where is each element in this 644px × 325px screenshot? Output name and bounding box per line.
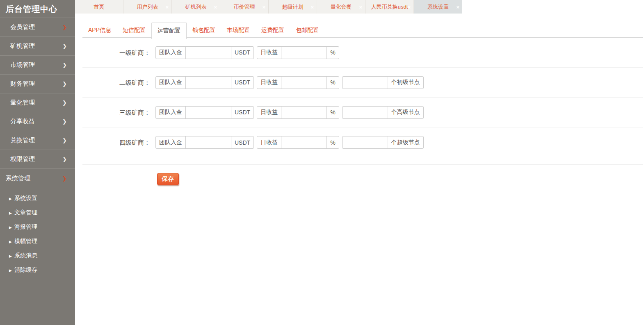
sidebar-item-7[interactable]: 兑换管理 ❯ [0, 131, 75, 150]
sidebar-subitem[interactable]: ▶文章管理 [0, 205, 75, 220]
input-suffix-label: 个超级节点 [388, 136, 423, 148]
config-tab[interactable]: 包邮配置 [290, 23, 324, 37]
save-button[interactable]: 保存 [157, 173, 179, 185]
sidebar-subitem[interactable]: ▶横幅管理 [0, 234, 75, 248]
config-tab[interactable]: 短信配置 [117, 23, 151, 37]
sidebar-item-label: 财务管理 [10, 80, 35, 88]
value-input[interactable] [186, 77, 231, 89]
sidebar-subitem[interactable]: ▶清除缓存 [0, 263, 75, 277]
sidebar-subitem-label: 文章管理 [14, 209, 37, 216]
value-input[interactable] [281, 136, 327, 148]
close-icon[interactable]: × [407, 4, 411, 9]
form-row-label: 三级矿商： [82, 106, 150, 119]
config-tab-label: APP信息 [88, 27, 111, 33]
top-tab-label: 首页 [94, 3, 105, 11]
chevron-right-icon: ❯ [62, 100, 67, 106]
top-tab[interactable]: 人民币兑换usdt × [365, 0, 414, 14]
config-tab[interactable]: 市场配置 [221, 23, 256, 37]
form-row-inputs: 团队入金 USDT 日收益 % 个初级节点 [155, 76, 427, 89]
config-tab[interactable]: 运营配置 [151, 23, 187, 39]
close-icon[interactable]: × [359, 4, 362, 9]
chevron-right-icon: ❯ [62, 62, 67, 68]
form-row: 四级矿商： 团队入金 USDT 日收益 % 个超级节点 [82, 127, 643, 165]
config-tab-label: 市场配置 [227, 27, 250, 33]
value-input[interactable] [343, 77, 388, 89]
sidebar-item-5[interactable]: 量化管理 ❯ [0, 93, 75, 112]
top-tab[interactable]: 首页 [75, 0, 123, 14]
config-tab-label: 短信配置 [123, 27, 146, 33]
config-tab-bar: APP信息 短信配置 运营配置 钱包配置 市场配置 运费配置 包邮配置 [82, 23, 643, 38]
form-row: 一级矿商： 团队入金 USDT 日收益 % [82, 38, 643, 68]
input-prefix-label: 团队入金 [156, 47, 186, 59]
sidebar-item-2[interactable]: 矿机管理 ❯ [0, 37, 75, 56]
value-input[interactable] [281, 107, 327, 118]
sidebar-subitem[interactable]: ▶系统设置 [0, 191, 75, 205]
top-tab-label: 币价管理 [234, 3, 255, 11]
close-icon[interactable]: × [456, 4, 459, 9]
input-prefix-label: 团队入金 [156, 77, 186, 89]
value-input[interactable] [186, 136, 231, 148]
input-suffix-label: % [327, 47, 338, 59]
form-row: 二级矿商： 团队入金 USDT 日收益 % 个初级节点 [82, 68, 643, 98]
input-prefix-label: 团队入金 [156, 136, 186, 148]
input-suffix-label: 个初级节点 [388, 77, 423, 89]
input-prefix-label: 团队入金 [156, 107, 186, 118]
top-tab[interactable]: 币价管理 × [220, 0, 269, 14]
config-tab-label: 运营配置 [158, 27, 180, 34]
sidebar-menu: 会员管理 ❯ 矿机管理 ❯ 市场管理 ❯ 财务管理 ❯ 量化管理 ❯ 分享收益 … [0, 18, 75, 188]
sidebar-item-3[interactable]: 市场管理 ❯ [0, 56, 75, 75]
input-group: 日收益 % [257, 136, 339, 149]
sidebar-item-9[interactable]: 系统管理 ❯ [0, 169, 75, 188]
value-input[interactable] [186, 107, 231, 118]
chevron-right-icon: ❯ [62, 137, 67, 143]
sidebar-subitem[interactable]: ▶系统消息 [0, 248, 75, 263]
input-suffix-label: 个高级节点 [388, 107, 423, 118]
input-group: 个超级节点 [342, 136, 424, 149]
sidebar-item-label: 分享收益 [10, 118, 35, 125]
input-suffix-label: % [327, 107, 338, 118]
sidebar-item-4[interactable]: 财务管理 ❯ [0, 75, 75, 93]
chevron-right-icon: ❯ [62, 43, 67, 49]
config-tab-label: 钱包配置 [192, 27, 215, 33]
chevron-right-icon: ❯ [62, 156, 67, 162]
chevron-right-icon: ❯ [62, 81, 67, 87]
close-icon[interactable]: × [311, 4, 314, 9]
form-row: 三级矿商： 团队入金 USDT 日收益 % 个高级节点 [82, 98, 643, 127]
top-tab[interactable]: 用户列表 × [123, 0, 172, 14]
value-input[interactable] [343, 107, 388, 118]
sidebar-subitem-label: 清除缓存 [14, 266, 37, 273]
value-input[interactable] [281, 47, 327, 59]
sidebar-item-label: 权限管理 [10, 155, 35, 163]
sidebar-item-label: 会员管理 [10, 23, 35, 31]
top-tab[interactable]: 系统设置 × [414, 0, 462, 14]
top-tab[interactable]: 矿机列表 × [172, 0, 220, 14]
top-tab[interactable]: 量化套餐 × [317, 0, 365, 14]
input-group: 团队入金 USDT [155, 46, 254, 59]
sidebar-item-6[interactable]: 分享收益 ❯ [0, 112, 75, 131]
top-tab[interactable]: 超级计划 × [269, 0, 317, 14]
value-input[interactable] [281, 77, 327, 89]
sidebar-item-1[interactable]: 会员管理 ❯ [0, 18, 75, 37]
close-icon[interactable]: × [262, 4, 265, 9]
config-tab[interactable]: 运费配置 [256, 23, 290, 37]
input-group: 日收益 % [257, 76, 339, 89]
close-icon[interactable]: × [214, 4, 217, 9]
sidebar-subitem-label: 系统消息 [14, 252, 37, 259]
sidebar-item-label: 量化管理 [10, 99, 35, 107]
input-suffix-label: % [327, 136, 338, 148]
form-actions: 保存 [82, 165, 644, 185]
value-input[interactable] [343, 136, 388, 148]
sidebar-item-label: 兑换管理 [10, 136, 35, 144]
sidebar-item-8[interactable]: 权限管理 ❯ [0, 150, 75, 169]
top-tab-bar: 首页 用户列表 × 矿机列表 × 币价管理 × 超级计划 × 量化套餐 × 人民… [75, 0, 462, 14]
input-suffix-label: USDT [231, 136, 253, 148]
config-tab[interactable]: 钱包配置 [187, 23, 221, 37]
close-icon[interactable]: × [165, 4, 169, 9]
caret-right-icon: ▶ [9, 240, 12, 244]
input-prefix-label: 日收益 [257, 136, 281, 148]
config-tab[interactable]: APP信息 [82, 23, 117, 37]
sidebar-subitem[interactable]: ▶海报管理 [0, 220, 75, 234]
chevron-right-icon: ❯ [62, 175, 67, 182]
input-group: 个高级节点 [342, 106, 424, 119]
value-input[interactable] [186, 47, 231, 59]
